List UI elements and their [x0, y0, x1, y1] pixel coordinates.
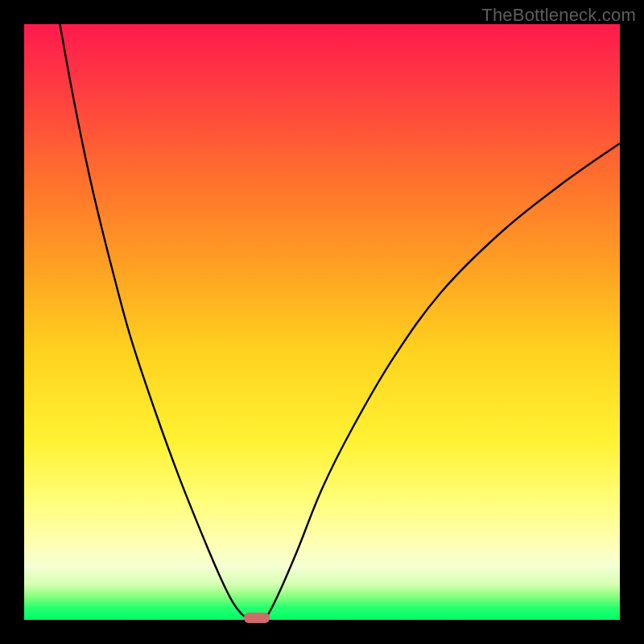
- curve-left-branch: [60, 24, 250, 620]
- bottleneck-curve: [24, 24, 620, 620]
- chart-frame: TheBottleneck.com: [0, 0, 644, 644]
- plot-area: [24, 24, 620, 620]
- watermark-text: TheBottleneck.com: [481, 5, 636, 26]
- optimal-marker: [244, 613, 270, 623]
- curve-right-branch: [262, 143, 620, 620]
